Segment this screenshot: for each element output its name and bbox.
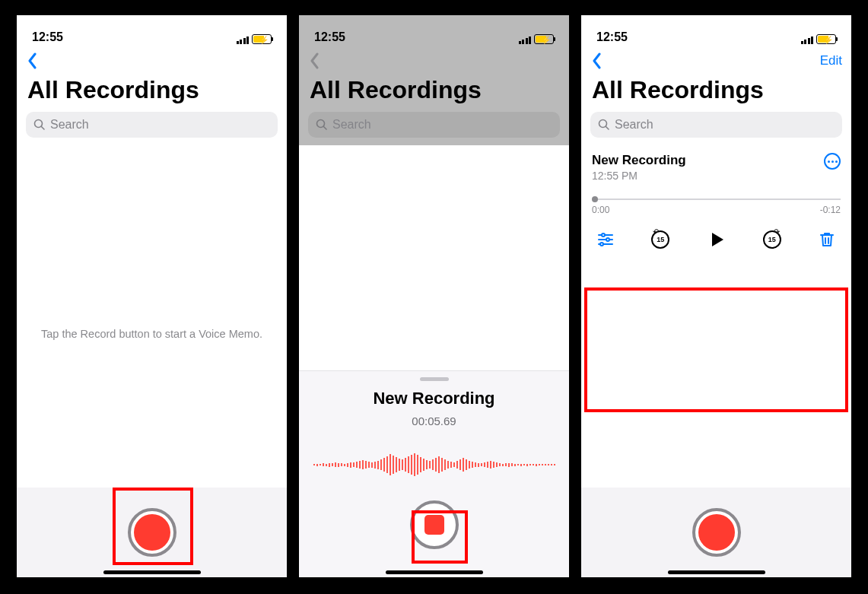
delete-button[interactable]	[816, 229, 838, 250]
battery-icon: ⚡	[534, 34, 554, 44]
cellular-icon	[237, 35, 250, 44]
home-indicator[interactable]	[386, 570, 483, 574]
record-button[interactable]	[692, 508, 741, 557]
status-time: 12:55	[314, 30, 345, 44]
svg-line-5	[606, 127, 609, 130]
record-strip	[17, 488, 287, 577]
recording-subtitle: 12:55 PM	[592, 170, 686, 182]
record-strip	[581, 488, 851, 577]
screen-2-recording: 12:55 ⚡ All Recordings Search N	[299, 15, 569, 577]
stop-button[interactable]	[410, 500, 459, 549]
battery-icon: ⚡	[252, 34, 272, 44]
screen-1-empty: 12:55 ⚡ All Recordings Search Tap the Re…	[17, 15, 287, 577]
highlight-box	[584, 287, 848, 412]
search-placeholder: Search	[615, 118, 653, 132]
search-icon	[598, 119, 610, 131]
waveform	[299, 441, 569, 488]
cellular-icon	[801, 35, 814, 44]
skip-forward-button[interactable]: 15↷	[761, 229, 783, 250]
sheet-grabber[interactable]	[420, 377, 449, 381]
page-title: All Recordings	[299, 75, 569, 110]
status-bar: 12:55 ⚡	[299, 15, 569, 47]
recording-title: New Recording	[299, 389, 569, 408]
status-bar: 12:55 ⚡	[17, 15, 287, 47]
search-icon	[33, 119, 46, 131]
record-icon	[698, 514, 735, 551]
svg-line-3	[324, 127, 327, 130]
back-button[interactable]	[26, 52, 40, 69]
search-placeholder: Search	[50, 118, 89, 132]
recording-sheet[interactable]: New Recording 00:05.69	[299, 370, 569, 577]
page-title: All Recordings	[581, 75, 851, 110]
edit-button[interactable]: Edit	[820, 53, 842, 68]
more-button[interactable]	[824, 153, 841, 170]
svg-point-11	[600, 243, 603, 246]
search-input[interactable]: Search	[590, 112, 842, 138]
back-button[interactable]	[308, 52, 322, 69]
skip-back-button[interactable]: 15↶	[650, 229, 671, 250]
search-icon	[316, 119, 328, 131]
search-placeholder: Search	[332, 118, 371, 132]
page-title: All Recordings	[17, 75, 287, 110]
empty-hint: Tap the Record button to start a Voice M…	[17, 328, 287, 340]
time-elapsed: 0:00	[592, 205, 609, 215]
back-button[interactable]	[590, 52, 604, 69]
sliders-icon	[596, 230, 615, 249]
record-button[interactable]	[128, 508, 176, 557]
status-time: 12:55	[596, 30, 628, 44]
home-indicator[interactable]	[103, 570, 201, 574]
svg-line-1	[42, 127, 45, 130]
play-button[interactable]	[705, 229, 728, 250]
play-icon	[707, 230, 726, 249]
recording-timer: 00:05.69	[299, 415, 569, 427]
stop-icon	[424, 515, 444, 535]
scrubber-handle-icon[interactable]	[592, 196, 598, 202]
record-icon	[134, 514, 170, 551]
home-indicator[interactable]	[668, 570, 765, 574]
svg-point-9	[606, 238, 609, 241]
battery-icon: ⚡	[816, 34, 836, 44]
search-input[interactable]: Search	[308, 112, 560, 138]
recording-item[interactable]: New Recording 12:55 PM 0:00 -0:12	[581, 145, 851, 258]
status-time: 12:55	[32, 30, 63, 44]
status-bar: 12:55 ⚡	[581, 15, 851, 47]
scrubber[interactable]	[592, 199, 841, 200]
options-button[interactable]	[595, 229, 616, 250]
search-input[interactable]: Search	[26, 112, 278, 138]
cellular-icon	[519, 35, 532, 44]
screen-3-saved: 12:55 ⚡ Edit All Recordings Search	[581, 15, 851, 577]
recording-name: New Recording	[592, 153, 686, 168]
trash-icon	[818, 230, 836, 249]
time-remaining: -0:12	[820, 205, 841, 215]
svg-point-7	[602, 233, 605, 237]
